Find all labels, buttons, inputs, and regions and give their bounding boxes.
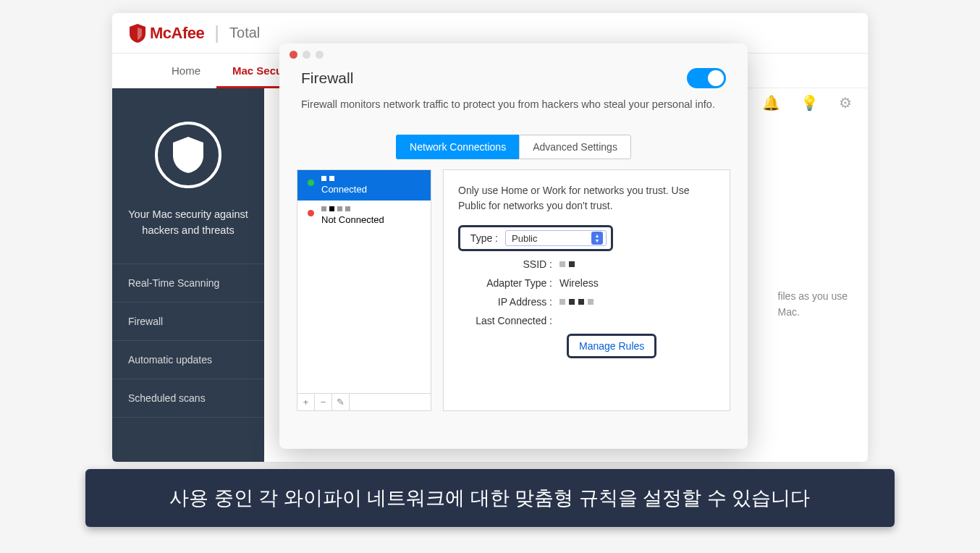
select-arrows-icon: ▲▼	[591, 232, 603, 245]
sidebar-item-firewall[interactable]: Firewall	[112, 303, 264, 341]
status-text: Your Mac security against hackers and th…	[125, 207, 251, 239]
bell-icon[interactable]: 🔔	[762, 94, 780, 111]
bulb-icon[interactable]: 💡	[801, 94, 819, 111]
sidebar-item-rts[interactable]: Real-Time Scanning	[112, 264, 264, 303]
type-select-value: Public	[512, 233, 537, 244]
details-description: Only use Home or Work for networks you t…	[458, 183, 715, 214]
bg-text-2: Mac.	[778, 304, 848, 320]
field-last-connected: Last Connected :	[458, 315, 715, 326]
field-adapter: Adapter Type : Wireless	[458, 277, 715, 289]
dialog-title: Firewall	[301, 69, 353, 87]
connection-name-masked	[321, 176, 367, 181]
status-line-1: Your Mac security against	[125, 207, 251, 223]
connection-toolbar: + − ✎	[297, 393, 431, 410]
gear-icon[interactable]: ⚙	[839, 94, 852, 111]
header-icon-row: 🔔 💡 ⚙	[762, 94, 852, 111]
ip-value-masked	[559, 299, 594, 305]
sidebar: Your Mac security against hackers and th…	[112, 88, 264, 462]
dialog-subtitle: Firewall monitors network traffic to pro…	[301, 98, 726, 110]
shield-icon	[173, 137, 203, 173]
type-select[interactable]: Public ▲▼	[505, 230, 607, 246]
connection-item-not-connected[interactable]: Not Connected	[297, 200, 431, 231]
mcafee-shield-icon	[130, 24, 145, 43]
background-text: files as you use Mac.	[778, 288, 848, 321]
firewall-dialog: Firewall Firewall monitors network traff…	[279, 43, 748, 449]
field-ssid: SSID :	[458, 258, 715, 270]
firewall-toggle[interactable]	[687, 68, 726, 88]
label-adapter: Adapter Type :	[458, 277, 559, 289]
shield-circle	[155, 122, 221, 188]
close-icon[interactable]	[290, 51, 297, 59]
tab-home[interactable]: Home	[156, 54, 216, 88]
zoom-icon[interactable]	[316, 51, 324, 59]
dialog-header: Firewall Firewall monitors network traff…	[279, 65, 748, 122]
connection-item-connected[interactable]: Connected	[297, 170, 431, 200]
tab-network-connections[interactable]: Network Connections	[396, 135, 519, 159]
label-ssid: SSID :	[458, 258, 559, 270]
panel-row: Connected Not Connected + − ✎ Only use H…	[279, 169, 748, 411]
brand-text: McAfee	[150, 24, 204, 43]
bg-text-1: files as you use	[778, 288, 848, 304]
status-section: Your Mac security against hackers and th…	[112, 88, 264, 264]
product-text: Total	[229, 25, 260, 41]
logo-divider: |	[214, 22, 219, 44]
type-highlight-box: Type : Public ▲▼	[458, 225, 613, 251]
field-ip: IP Address :	[458, 296, 715, 308]
connection-list: Connected Not Connected + − ✎	[297, 169, 431, 411]
sidebar-item-scans[interactable]: Scheduled scans	[112, 379, 264, 418]
status-line-2: hackers and threats	[125, 223, 251, 239]
status-dot-red	[308, 210, 314, 216]
dialog-tabs: Network Connections Advanced Settings	[279, 135, 748, 159]
connection-status-label: Connected	[321, 184, 367, 195]
label-type: Type :	[465, 232, 505, 244]
sidebar-item-updates[interactable]: Automatic updates	[112, 341, 264, 379]
connection-name-masked	[321, 206, 384, 211]
edit-connection-button[interactable]: ✎	[332, 394, 350, 410]
tab-advanced-settings[interactable]: Advanced Settings	[519, 135, 631, 159]
field-type: Type : Public ▲▼	[458, 225, 715, 251]
dialog-title-row: Firewall	[301, 68, 726, 88]
details-panel: Only use Home or Work for networks you t…	[443, 169, 730, 411]
manage-rules-button[interactable]: Manage Rules	[567, 334, 656, 358]
connection-status-label: Not Connected	[321, 214, 384, 225]
status-dot-green	[308, 180, 314, 186]
dialog-titlebar	[279, 43, 748, 65]
caption-bar: 사용 중인 각 와이파이 네트워크에 대한 맞춤형 규칙을 설정할 수 있습니다	[85, 469, 895, 527]
add-connection-button[interactable]: +	[297, 394, 315, 410]
remove-connection-button[interactable]: −	[315, 394, 332, 410]
minimize-icon[interactable]	[303, 51, 311, 59]
label-last-connected: Last Connected :	[458, 315, 559, 326]
adapter-value: Wireless	[559, 277, 599, 289]
label-ip: IP Address :	[458, 296, 559, 308]
ssid-value-masked	[559, 261, 575, 267]
logo: McAfee | Total	[130, 22, 260, 44]
